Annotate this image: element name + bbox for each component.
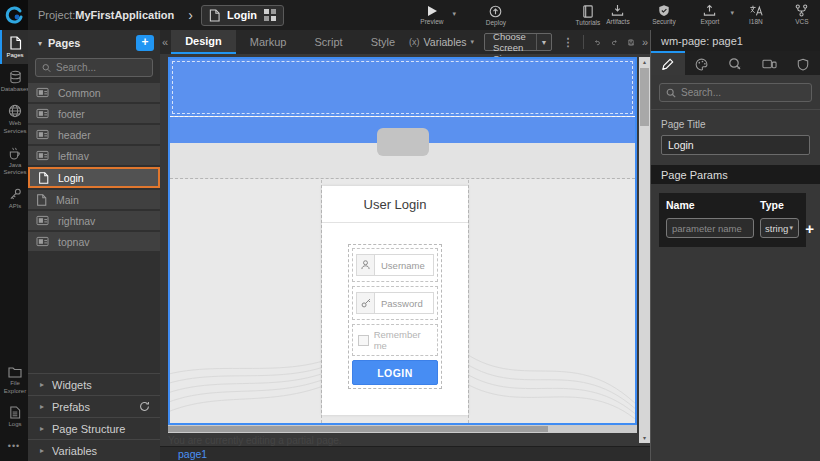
i18n-button[interactable]: I18N bbox=[741, 4, 771, 25]
section-prefabs[interactable]: ▸ Prefabs bbox=[28, 395, 160, 417]
partial-icon bbox=[36, 236, 49, 247]
preview-button[interactable]: Preview ▾ bbox=[417, 5, 447, 26]
scrollbar-thumb[interactable] bbox=[640, 68, 649, 126]
page-list-item-leftnav[interactable]: leftnav bbox=[28, 146, 160, 165]
page-title-input[interactable] bbox=[661, 135, 810, 155]
login-panel[interactable]: User Login Username bbox=[322, 186, 468, 415]
breadcrumb-chevron-icon[interactable]: › bbox=[188, 7, 193, 23]
canvas-status-hint: You are currently editing a partial page… bbox=[168, 435, 342, 446]
canvas-area: User Login Username bbox=[160, 54, 650, 446]
page-list-item-rightnav[interactable]: rightnav bbox=[28, 211, 160, 230]
screen-size-select[interactable]: -- Choose Screen Size -- ▼ bbox=[484, 33, 552, 51]
page-list-item-topnav[interactable]: topnav bbox=[28, 232, 160, 251]
java-cup-icon bbox=[8, 146, 22, 160]
search-icon bbox=[42, 63, 51, 73]
canvas-content[interactable]: User Login Username bbox=[170, 180, 635, 423]
page-list-item-login[interactable]: Login bbox=[28, 167, 160, 188]
section-page-structure[interactable]: ▸ Page Structure bbox=[28, 417, 160, 439]
sidebar-item-logs[interactable]: Logs bbox=[0, 400, 28, 433]
logo-placeholder[interactable] bbox=[377, 128, 429, 156]
preview-caret-icon[interactable]: ▾ bbox=[452, 10, 456, 18]
properties-search-box[interactable] bbox=[659, 83, 812, 102]
page-params-row: string ▼ + bbox=[659, 218, 806, 238]
sidebar-item-databases[interactable]: Databases bbox=[0, 64, 28, 98]
scroll-down-icon[interactable]: ▾ bbox=[639, 433, 650, 443]
tutorials-button[interactable]: Tutorials bbox=[573, 5, 603, 26]
page-list-item-header[interactable]: header bbox=[28, 125, 160, 144]
top-bar: Project:MyFirstApplication › Login Previ… bbox=[0, 0, 820, 30]
password-field[interactable]: Password bbox=[375, 292, 434, 314]
page-list-item-common[interactable]: Common bbox=[28, 83, 160, 102]
tab-security[interactable] bbox=[786, 51, 820, 75]
deploy-button[interactable]: Deploy bbox=[481, 5, 511, 26]
page-icon bbox=[36, 194, 47, 206]
page-list-item-main[interactable]: Main bbox=[28, 190, 160, 209]
variables-dropdown[interactable]: (x) Variables ▾ bbox=[409, 36, 474, 48]
properties-search-input[interactable] bbox=[681, 87, 791, 98]
export-caret-icon[interactable]: ▾ bbox=[730, 9, 734, 17]
security-button[interactable]: Security bbox=[649, 4, 679, 25]
shield-outline-icon bbox=[797, 58, 809, 71]
sidebar-item-pages[interactable]: Pages bbox=[0, 30, 28, 64]
canvas-horizontal-scrollbar[interactable] bbox=[168, 425, 637, 433]
remember-me-row[interactable]: Remember me bbox=[352, 324, 438, 356]
collapse-left-panel-icon[interactable]: « bbox=[160, 36, 171, 48]
redo-icon[interactable] bbox=[611, 36, 618, 49]
tab-properties[interactable] bbox=[651, 51, 685, 75]
section-widgets[interactable]: ▸ Widgets bbox=[28, 373, 160, 395]
tab-styles[interactable] bbox=[685, 51, 719, 75]
tab-script[interactable]: Script bbox=[301, 30, 357, 54]
login-form[interactable]: Username Password bbox=[348, 244, 442, 389]
chevron-right-icon: ▸ bbox=[40, 424, 44, 433]
canvas-vertical-scrollbar[interactable]: ▴ ▾ bbox=[639, 57, 650, 443]
username-row[interactable]: Username bbox=[352, 248, 438, 282]
tab-design[interactable]: Design bbox=[171, 30, 236, 54]
pages-panel-header: ▾ Pages + bbox=[28, 30, 160, 56]
tab-style[interactable]: Style bbox=[357, 30, 409, 54]
topbar-secondary-actions: Artifacts Security Export ▾ I18N VCS ▾ S… bbox=[603, 4, 820, 26]
devices-icon bbox=[762, 58, 777, 70]
page-icon bbox=[38, 172, 49, 184]
wavemaker-logo[interactable] bbox=[0, 0, 28, 30]
login-button[interactable]: LOGIN bbox=[352, 360, 438, 385]
refresh-icon[interactable] bbox=[139, 401, 150, 412]
export-button[interactable]: Export ▾ bbox=[695, 4, 725, 25]
add-page-button[interactable]: + bbox=[136, 35, 154, 51]
collapse-right-panel-icon[interactable]: » bbox=[642, 36, 648, 48]
tab-events[interactable] bbox=[719, 51, 753, 75]
scrollbar-thumb[interactable] bbox=[168, 426, 548, 432]
select-arrow-icon: ▼ bbox=[788, 225, 794, 231]
scroll-up-icon[interactable]: ▴ bbox=[639, 57, 650, 67]
grid-icon[interactable] bbox=[264, 9, 276, 21]
sidebar-item-apis[interactable]: APIs bbox=[0, 181, 28, 215]
vcs-button[interactable]: VCS ▾ bbox=[787, 4, 817, 25]
remember-me-checkbox[interactable] bbox=[358, 335, 369, 346]
decorative-waves bbox=[465, 313, 635, 423]
more-options-icon[interactable]: ••• bbox=[0, 433, 28, 461]
save-icon[interactable] bbox=[628, 36, 634, 49]
undo-icon[interactable] bbox=[594, 36, 601, 49]
password-row[interactable]: Password bbox=[352, 286, 438, 320]
page-list-item-footer[interactable]: footer bbox=[28, 104, 160, 123]
add-param-button[interactable]: + bbox=[805, 221, 814, 236]
bottom-page-tab[interactable]: page1 bbox=[178, 448, 207, 460]
properties-tabs bbox=[651, 51, 820, 75]
pages-search-box[interactable] bbox=[35, 58, 153, 77]
sidebar-item-file-explorer[interactable]: File Explorer bbox=[0, 360, 28, 399]
param-type-select[interactable]: string ▼ bbox=[760, 218, 799, 238]
open-page-tab[interactable]: Login bbox=[201, 5, 284, 26]
pages-search-input[interactable] bbox=[56, 62, 146, 73]
sidebar-item-web-services[interactable]: Web Services bbox=[0, 98, 28, 139]
design-canvas[interactable]: User Login Username bbox=[168, 57, 637, 425]
username-field[interactable]: Username bbox=[375, 254, 434, 276]
tab-devices[interactable] bbox=[752, 51, 786, 75]
i18n-icon bbox=[749, 4, 763, 17]
pages-collapse-arrow-icon[interactable]: ▾ bbox=[38, 39, 42, 48]
canvas-header-section[interactable] bbox=[170, 59, 635, 116]
sidebar-item-java-services[interactable]: Java Services bbox=[0, 140, 28, 181]
section-variables[interactable]: ▸ Variables bbox=[28, 439, 160, 461]
more-menu-icon[interactable]: ⋮ bbox=[562, 36, 573, 49]
tab-markup[interactable]: Markup bbox=[236, 30, 301, 54]
artifacts-button[interactable]: Artifacts bbox=[603, 4, 633, 25]
param-name-input[interactable] bbox=[666, 218, 754, 238]
